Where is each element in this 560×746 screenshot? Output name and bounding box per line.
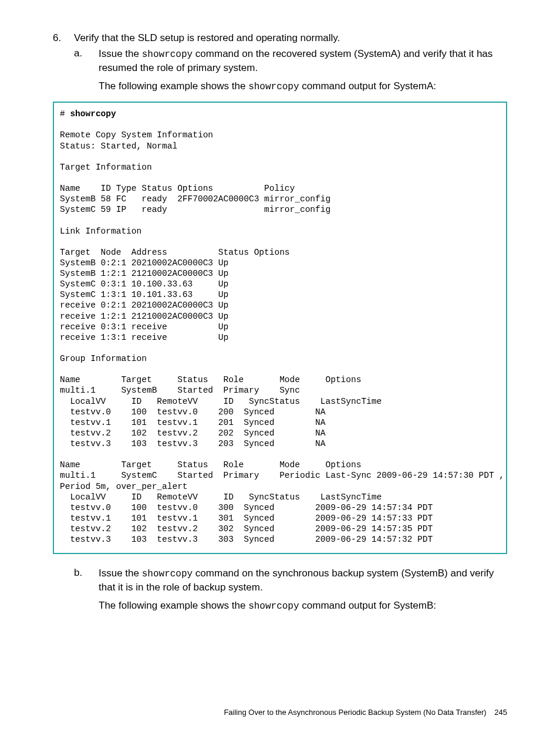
code-inline: showrcopy	[142, 569, 193, 579]
step-6b-marker: b.	[74, 567, 82, 579]
page-footer: Failing Over to the Asynchronous Periodi…	[224, 708, 507, 717]
footer-title: Failing Over to the Asynchronous Periodi…	[224, 708, 486, 717]
step-6-text: Verify that the SLD setup is restored an…	[74, 32, 340, 43]
text: Issue the	[99, 568, 142, 579]
step-6b-p1: Issue the showrcopy command on the synch…	[99, 567, 507, 595]
step-6: 6. Verify that the SLD setup is restored…	[53, 32, 507, 93]
code-inline: showrcopy	[248, 601, 299, 612]
code-block-showrcopy-systemA: # showrcopy Remote Copy System Informati…	[53, 102, 507, 554]
step-6a-marker: a.	[74, 48, 82, 59]
text: Issue the	[99, 48, 142, 59]
step-6b: b. Issue the showrcopy command on the sy…	[74, 567, 507, 613]
code-inline: showrcopy	[248, 82, 299, 92]
text: command output for SystemB:	[299, 600, 436, 611]
code-body: Remote Copy System Information Status: S…	[60, 130, 504, 544]
step-6a: a. Issue the showrcopy command on the re…	[74, 48, 507, 93]
text: command output for SystemA:	[299, 80, 436, 92]
text: The following example shows the	[99, 80, 248, 92]
command: showrcopy	[70, 109, 116, 119]
step-6b-p2: The following example shows the showrcop…	[99, 599, 507, 613]
step-6a-p1: Issue the showrcopy command on the recov…	[99, 48, 507, 75]
step-6a-p2: The following example shows the showrcop…	[99, 80, 507, 94]
page-number: 245	[494, 708, 507, 717]
step-6-marker: 6.	[53, 32, 61, 44]
prompt: #	[60, 109, 70, 119]
text: The following example shows the	[99, 600, 248, 611]
code-inline: showrcopy	[142, 49, 193, 60]
